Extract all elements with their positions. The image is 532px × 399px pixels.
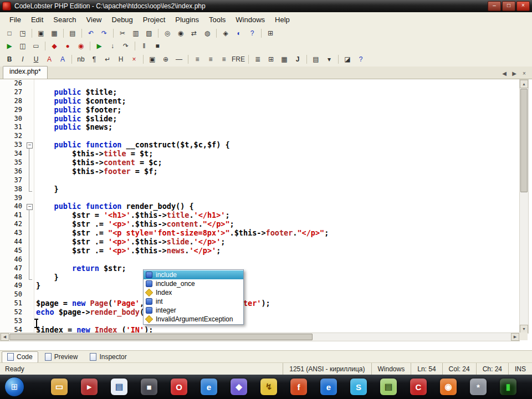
save-all-button[interactable]: ▦ [48, 27, 61, 39]
code-line-text[interactable]: $str .= '<p>'.$this->news.'</p>'; [34, 247, 519, 255]
grid-button[interactable]: ▦ [278, 54, 291, 65]
code-line-text[interactable] [34, 290, 519, 299]
menu-item-tools[interactable]: Tools [204, 14, 231, 25]
list-button[interactable]: ≣ [251, 54, 264, 65]
heading-button[interactable]: H [114, 54, 127, 65]
picture-button[interactable]: ▤ [309, 54, 323, 65]
taskbar-firefox-icon[interactable]: ◉ [440, 378, 457, 395]
taskbar-media-player-icon[interactable]: ▸ [81, 378, 98, 395]
view-tab-preview[interactable]: Preview [39, 351, 84, 363]
view-tab-code[interactable]: Code [2, 351, 38, 363]
tab-close-icon[interactable]: × [520, 69, 528, 77]
image-button[interactable]: ▣ [146, 54, 159, 65]
italic-button[interactable]: I [16, 54, 29, 65]
font-button[interactable]: A [43, 54, 56, 65]
code-line-text[interactable]: $str .= '<p>'.$this->content."</p>"; [34, 220, 519, 229]
code-line-text[interactable]: public $title; [34, 88, 519, 97]
code-line-text[interactable]: } [34, 282, 519, 290]
delete-tag-button[interactable]: × [127, 54, 141, 65]
horizontal-scrollbar[interactable]: ◀ ▶ [0, 332, 520, 341]
horizontal-scroll-thumb[interactable] [9, 334, 313, 340]
step-into-button[interactable]: ↓ [106, 40, 119, 52]
justify-button[interactable]: J [291, 54, 304, 65]
taskbar-codelobster-icon[interactable]: C [410, 378, 427, 395]
scroll-right-icon[interactable]: ▶ [511, 333, 519, 341]
bookmark-button[interactable]: ◈ [219, 27, 232, 39]
undo-button[interactable]: ↶ [84, 27, 98, 39]
chart-button[interactable]: ◪ [341, 54, 354, 65]
autocomplete-item[interactable]: include_once [144, 279, 243, 288]
taskbar-console-icon[interactable]: ▮ [500, 378, 516, 395]
code-line-text[interactable]: $page = new Page('Page','content here','… [34, 299, 519, 308]
find-next-button[interactable]: ◉ [174, 27, 187, 39]
table-button[interactable]: ⊞ [264, 54, 278, 65]
code-line-text[interactable]: $str .= "<p style='font-size=8px'>".$thi… [34, 229, 519, 238]
align-right-button[interactable]: ≡ [217, 54, 231, 65]
code-line-text[interactable] [34, 255, 519, 264]
vertical-scrollbar[interactable]: ▲ ▼ [519, 79, 529, 334]
vertical-scroll-thumb[interactable] [520, 89, 528, 192]
cut-button[interactable]: ✂ [116, 27, 129, 39]
taskbar-ie-icon[interactable]: e [201, 378, 217, 395]
taskbar-lightning-icon[interactable]: ↯ [260, 378, 277, 395]
record-macro-button[interactable]: ● [61, 40, 74, 52]
taskbar-notes-icon[interactable]: ▤ [380, 378, 397, 395]
anchor-button[interactable]: ⊕ [159, 54, 172, 65]
hr-button[interactable]: — [172, 54, 186, 65]
dropdown-button[interactable]: ▾ [323, 54, 336, 65]
autocomplete-item[interactable]: include [144, 270, 243, 279]
paragraph-button[interactable]: ¶ [88, 54, 101, 65]
fold-collapse-icon[interactable]: − [27, 142, 33, 149]
view-in-browser-button[interactable]: ◫ [16, 40, 29, 52]
taskbar-document-icon[interactable]: ▤ [111, 378, 127, 395]
paste-button[interactable]: ▧ [142, 27, 156, 39]
autocomplete-item[interactable]: integer [144, 306, 243, 315]
code-line-text[interactable]: } [34, 273, 519, 282]
code-line-text[interactable]: $str = '<h1>'.$this->title.'</h1>'; [34, 211, 519, 220]
close-button[interactable]: × [516, 1, 530, 11]
tab-scroll-right-icon[interactable]: ▶ [510, 69, 518, 77]
code-line-text[interactable]: public $slide; [34, 115, 519, 124]
code-line-text[interactable]: public $footer; [34, 106, 519, 115]
taskbar-settings-icon[interactable]: * [470, 378, 487, 395]
code-editor[interactable]: 2627 public $title;28 public $content;29… [0, 79, 519, 340]
fold-margin[interactable]: − [25, 141, 34, 150]
replace-button[interactable]: ⇄ [187, 27, 201, 39]
scroll-up-icon[interactable]: ▲ [520, 80, 528, 88]
underline-button[interactable]: U [29, 54, 43, 65]
start-button[interactable]: ⊞ [4, 377, 24, 397]
help-button[interactable]: ? [245, 27, 259, 39]
menu-item-help[interactable]: Help [270, 14, 295, 25]
view-tab-inspector[interactable]: Inspector [84, 351, 132, 363]
fold-collapse-icon[interactable]: − [27, 204, 33, 210]
taskbar-opera-icon[interactable]: O [171, 378, 187, 395]
browser-button[interactable]: ◐ [232, 27, 245, 39]
start-debug-button[interactable]: ▶ [3, 40, 16, 52]
code-line-text[interactable]: $this->content = $c; [34, 158, 519, 167]
maximize-button[interactable]: □ [502, 1, 515, 11]
open-file-button[interactable]: ◳ [16, 27, 29, 39]
continue-button[interactable]: ▶ [93, 40, 106, 52]
tab-scroll-left-icon[interactable]: ◀ [500, 69, 508, 77]
fold-margin[interactable]: − [25, 202, 34, 211]
find-button[interactable]: ◎ [161, 27, 174, 39]
code-line-text[interactable]: echo $page->render_body(); [34, 308, 519, 317]
code-line-text[interactable]: $str .= '<p>'.$this->slide.'</p>'; [34, 238, 519, 247]
free-position-button[interactable]: FRE [231, 54, 246, 65]
code-line-text[interactable]: $this->footer = $f; [34, 167, 519, 176]
align-center-button[interactable]: ≡ [204, 54, 217, 65]
line-break-button[interactable]: ↵ [101, 54, 114, 65]
code-line-text[interactable] [34, 176, 519, 185]
breakpoint-button[interactable]: ◆ [48, 40, 61, 52]
copy-button[interactable]: ▥ [129, 27, 142, 39]
nbsp-button[interactable]: nb [74, 54, 88, 65]
code-line-text[interactable] [34, 194, 519, 203]
code-line-text[interactable]: $this->title = $t; [34, 150, 519, 158]
taskbar-flash-icon[interactable]: f [290, 378, 307, 395]
print-button[interactable]: ▤ [66, 27, 79, 39]
menu-item-view[interactable]: View [81, 14, 107, 25]
format-help-button[interactable]: ? [354, 54, 367, 65]
tab-index-php[interactable]: index.php* [3, 66, 48, 79]
scroll-down-icon[interactable]: ▼ [520, 325, 528, 333]
menu-item-file[interactable]: File [4, 14, 26, 25]
